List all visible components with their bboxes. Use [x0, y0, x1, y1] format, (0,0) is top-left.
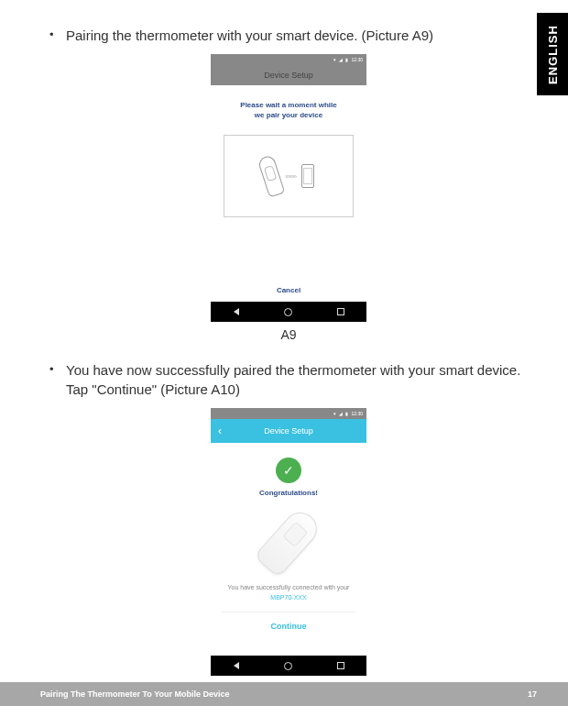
thermometer-photo — [252, 510, 325, 574]
thermometer-icon — [257, 155, 286, 198]
nav-bar — [211, 656, 366, 676]
footer-page: 17 — [528, 689, 537, 699]
header-title-a10: Device Setup — [264, 426, 313, 436]
congrats-text: Congratulations! — [211, 489, 366, 497]
success-check-icon: ✓ — [276, 458, 301, 483]
nav-recent-icon[interactable] — [337, 662, 344, 669]
signal-icon: ◢ — [339, 411, 343, 416]
cancel-button[interactable]: Cancel — [211, 279, 366, 302]
back-chevron-icon[interactable]: ‹ — [218, 425, 222, 437]
language-tab-label: ENGLISH — [546, 25, 560, 84]
footer-title: Pairing The Thermometer To Your Mobile D… — [40, 689, 230, 699]
status-bar: ▾ ◢ ▮ 12:30 — [211, 54, 366, 65]
wait-message: Please wait a moment while we pair your … — [211, 85, 366, 129]
screen-a10: ‹ Device Setup ✓ Congratulations! You ha… — [211, 419, 366, 656]
bullet-dot: • — [49, 26, 66, 45]
figure-a9: ▾ ◢ ▮ 12:30 Device Setup Please wait a m… — [49, 54, 528, 342]
bullet-text-2: You have now successfully paired the the… — [66, 360, 528, 399]
bullet-text-1: Pairing the thermometer with your smart … — [66, 26, 528, 45]
bullet-dot: • — [49, 360, 66, 399]
pairing-illustration: ››››››››› — [224, 135, 354, 217]
nav-home-icon[interactable] — [284, 662, 292, 670]
figure-a10: ▾ ◢ ▮ 12:30 ‹ Device Setup ✓ Congratulat… — [49, 408, 528, 696]
battery-icon: ▮ — [345, 411, 348, 416]
phone-mock-a10: ▾ ◢ ▮ 12:30 ‹ Device Setup ✓ Congratulat… — [211, 408, 366, 676]
status-bar: ▾ ◢ ▮ 12:30 — [211, 408, 366, 419]
status-time: 12:30 — [351, 57, 363, 62]
phone-icon — [301, 164, 314, 188]
page-content: • Pairing the thermometer with your smar… — [0, 0, 568, 696]
screen-a9: Device Setup Please wait a moment while … — [211, 65, 366, 302]
nav-back-icon[interactable] — [234, 662, 239, 669]
battery-icon: ▮ — [345, 57, 348, 62]
continue-button[interactable]: Continue — [211, 612, 366, 640]
signal-icon: ◢ — [339, 57, 343, 62]
nav-back-icon[interactable] — [234, 308, 239, 315]
bullet-item-2: • You have now successfully paired the t… — [49, 360, 528, 399]
screen-header-a10: ‹ Device Setup — [211, 419, 366, 443]
language-tab: ENGLISH — [537, 13, 568, 95]
wifi-icon: ▾ — [333, 411, 336, 416]
nav-bar — [211, 302, 366, 322]
device-id: MBP70-XXX — [211, 594, 366, 601]
screen-header-a9: Device Setup — [211, 65, 366, 85]
status-time: 12:30 — [351, 411, 363, 416]
wifi-icon: ▾ — [333, 57, 336, 62]
phone-mock-a9: ▾ ◢ ▮ 12:30 Device Setup Please wait a m… — [211, 54, 366, 322]
figure-label-a9: A9 — [280, 327, 296, 342]
arrows-icon: ››››››››› — [285, 173, 296, 180]
nav-recent-icon[interactable] — [337, 308, 344, 315]
thermometer-tilt-icon — [254, 505, 323, 578]
success-message: You have successfully connected with you… — [211, 583, 366, 592]
page-footer: Pairing The Thermometer To Your Mobile D… — [0, 682, 568, 706]
nav-home-icon[interactable] — [284, 308, 292, 316]
bullet-item-1: • Pairing the thermometer with your smar… — [49, 26, 528, 45]
